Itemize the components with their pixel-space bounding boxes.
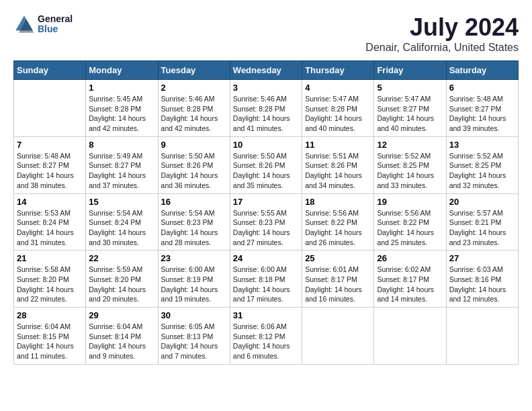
calendar-cell: 20Sunrise: 5:57 AMSunset: 8:21 PMDayligh… bbox=[446, 193, 518, 250]
calendar-header: SundayMondayTuesdayWednesdayThursdayFrid… bbox=[14, 61, 519, 80]
day-number: 10 bbox=[233, 140, 299, 150]
calendar-cell: 25Sunrise: 6:01 AMSunset: 8:17 PMDayligh… bbox=[302, 250, 374, 308]
calendar-cell: 5Sunrise: 5:47 AMSunset: 8:27 PMDaylight… bbox=[374, 80, 446, 137]
day-info: Sunrise: 6:03 AMSunset: 8:16 PMDaylight:… bbox=[449, 265, 515, 304]
day-number: 8 bbox=[89, 140, 154, 150]
day-number: 11 bbox=[305, 140, 371, 150]
day-info: Sunrise: 5:54 AMSunset: 8:23 PMDaylight:… bbox=[161, 208, 227, 248]
logo-general: General bbox=[38, 14, 73, 24]
day-number: 20 bbox=[449, 197, 515, 207]
calendar-cell: 6Sunrise: 5:48 AMSunset: 8:27 PMDaylight… bbox=[446, 80, 518, 137]
day-number: 7 bbox=[17, 140, 83, 150]
logo-text: General Blue bbox=[38, 14, 73, 35]
calendar-cell: 30Sunrise: 6:05 AMSunset: 8:13 PMDayligh… bbox=[158, 308, 230, 365]
calendar-cell: 29Sunrise: 6:04 AMSunset: 8:14 PMDayligh… bbox=[86, 308, 158, 365]
header-cell-tuesday: Tuesday bbox=[158, 61, 230, 80]
calendar-cell: 28Sunrise: 6:04 AMSunset: 8:15 PMDayligh… bbox=[14, 308, 86, 365]
day-info: Sunrise: 6:05 AMSunset: 8:13 PMDaylight:… bbox=[161, 322, 227, 361]
day-info: Sunrise: 5:56 AMSunset: 8:22 PMDaylight:… bbox=[305, 208, 371, 248]
day-info: Sunrise: 5:57 AMSunset: 8:21 PMDaylight:… bbox=[449, 208, 515, 248]
calendar-cell: 24Sunrise: 6:00 AMSunset: 8:18 PMDayligh… bbox=[230, 250, 302, 308]
day-number: 14 bbox=[17, 197, 83, 207]
header-cell-saturday: Saturday bbox=[446, 61, 518, 80]
calendar-cell: 16Sunrise: 5:54 AMSunset: 8:23 PMDayligh… bbox=[158, 193, 230, 250]
calendar-cell: 4Sunrise: 5:47 AMSunset: 8:28 PMDaylight… bbox=[302, 80, 374, 137]
day-info: Sunrise: 6:00 AMSunset: 8:18 PMDaylight:… bbox=[233, 265, 299, 304]
calendar-cell: 15Sunrise: 5:54 AMSunset: 8:24 PMDayligh… bbox=[86, 193, 158, 250]
day-info: Sunrise: 6:02 AMSunset: 8:17 PMDaylight:… bbox=[377, 265, 443, 304]
calendar-week-2: 7Sunrise: 5:48 AMSunset: 8:27 PMDaylight… bbox=[14, 136, 519, 193]
day-number: 27 bbox=[449, 253, 515, 263]
header-cell-wednesday: Wednesday bbox=[230, 61, 302, 80]
day-info: Sunrise: 5:51 AMSunset: 8:26 PMDaylight:… bbox=[305, 151, 371, 191]
day-info: Sunrise: 6:01 AMSunset: 8:17 PMDaylight:… bbox=[305, 265, 371, 304]
day-info: Sunrise: 5:47 AMSunset: 8:28 PMDaylight:… bbox=[305, 94, 371, 134]
day-number: 24 bbox=[233, 253, 299, 263]
day-number: 12 bbox=[377, 140, 443, 150]
calendar-cell: 31Sunrise: 6:06 AMSunset: 8:12 PMDayligh… bbox=[230, 308, 302, 365]
day-number: 15 bbox=[89, 197, 154, 207]
header-cell-friday: Friday bbox=[374, 61, 446, 80]
logo-icon bbox=[13, 13, 35, 35]
calendar-cell: 23Sunrise: 6:00 AMSunset: 8:19 PMDayligh… bbox=[158, 250, 230, 308]
calendar-cell: 22Sunrise: 5:59 AMSunset: 8:20 PMDayligh… bbox=[86, 250, 158, 308]
calendar-cell bbox=[374, 308, 446, 365]
page-subtitle: Denair, California, United States bbox=[365, 42, 519, 54]
day-number: 4 bbox=[305, 83, 371, 93]
calendar-cell: 10Sunrise: 5:50 AMSunset: 8:26 PMDayligh… bbox=[230, 136, 302, 193]
day-info: Sunrise: 6:06 AMSunset: 8:12 PMDaylight:… bbox=[233, 322, 299, 361]
day-info: Sunrise: 5:59 AMSunset: 8:20 PMDaylight:… bbox=[89, 265, 154, 304]
day-info: Sunrise: 5:46 AMSunset: 8:28 PMDaylight:… bbox=[161, 94, 227, 134]
day-info: Sunrise: 6:00 AMSunset: 8:19 PMDaylight:… bbox=[161, 265, 227, 304]
day-info: Sunrise: 5:56 AMSunset: 8:22 PMDaylight:… bbox=[377, 208, 443, 248]
calendar-cell: 14Sunrise: 5:53 AMSunset: 8:24 PMDayligh… bbox=[14, 193, 86, 250]
day-number: 23 bbox=[161, 253, 227, 263]
day-number: 5 bbox=[377, 83, 443, 93]
calendar-cell: 3Sunrise: 5:46 AMSunset: 8:28 PMDaylight… bbox=[230, 80, 302, 137]
calendar-cell: 18Sunrise: 5:56 AMSunset: 8:22 PMDayligh… bbox=[302, 193, 374, 250]
day-number: 3 bbox=[233, 83, 299, 93]
calendar-cell: 8Sunrise: 5:49 AMSunset: 8:27 PMDaylight… bbox=[86, 136, 158, 193]
calendar-week-4: 21Sunrise: 5:58 AMSunset: 8:20 PMDayligh… bbox=[14, 250, 519, 308]
day-number: 16 bbox=[161, 197, 227, 207]
day-number: 21 bbox=[17, 253, 83, 263]
day-info: Sunrise: 5:52 AMSunset: 8:25 PMDaylight:… bbox=[377, 151, 443, 191]
day-info: Sunrise: 5:52 AMSunset: 8:25 PMDaylight:… bbox=[449, 151, 515, 191]
day-info: Sunrise: 5:48 AMSunset: 8:27 PMDaylight:… bbox=[449, 94, 515, 134]
calendar-cell: 12Sunrise: 5:52 AMSunset: 8:25 PMDayligh… bbox=[374, 136, 446, 193]
day-info: Sunrise: 5:55 AMSunset: 8:23 PMDaylight:… bbox=[233, 208, 299, 248]
calendar-cell: 17Sunrise: 5:55 AMSunset: 8:23 PMDayligh… bbox=[230, 193, 302, 250]
day-info: Sunrise: 5:50 AMSunset: 8:26 PMDaylight:… bbox=[161, 151, 227, 191]
day-info: Sunrise: 5:49 AMSunset: 8:27 PMDaylight:… bbox=[89, 151, 154, 191]
calendar-cell: 2Sunrise: 5:46 AMSunset: 8:28 PMDaylight… bbox=[158, 80, 230, 137]
day-number: 28 bbox=[17, 310, 83, 320]
header-row: SundayMondayTuesdayWednesdayThursdayFrid… bbox=[14, 61, 519, 80]
day-info: Sunrise: 5:46 AMSunset: 8:28 PMDaylight:… bbox=[233, 94, 299, 134]
day-number: 30 bbox=[161, 310, 227, 320]
header-cell-monday: Monday bbox=[86, 61, 158, 80]
day-info: Sunrise: 5:53 AMSunset: 8:24 PMDaylight:… bbox=[17, 208, 83, 248]
day-number: 22 bbox=[89, 253, 154, 263]
calendar-body: 1Sunrise: 5:45 AMSunset: 8:28 PMDaylight… bbox=[14, 80, 519, 365]
calendar-cell bbox=[14, 80, 86, 137]
day-number: 26 bbox=[377, 253, 443, 263]
day-number: 17 bbox=[233, 197, 299, 207]
calendar-cell bbox=[302, 308, 374, 365]
day-info: Sunrise: 5:45 AMSunset: 8:28 PMDaylight:… bbox=[89, 94, 154, 134]
calendar-cell: 9Sunrise: 5:50 AMSunset: 8:26 PMDaylight… bbox=[158, 136, 230, 193]
page-title: July 2024 bbox=[365, 13, 519, 42]
day-number: 29 bbox=[89, 310, 154, 320]
calendar-week-1: 1Sunrise: 5:45 AMSunset: 8:28 PMDaylight… bbox=[14, 80, 519, 137]
logo: General Blue bbox=[13, 13, 73, 35]
header-cell-thursday: Thursday bbox=[302, 61, 374, 80]
day-info: Sunrise: 5:48 AMSunset: 8:27 PMDaylight:… bbox=[17, 151, 83, 191]
day-info: Sunrise: 5:50 AMSunset: 8:26 PMDaylight:… bbox=[233, 151, 299, 191]
page-header: General Blue July 2024 Denair, Californi… bbox=[13, 13, 519, 54]
calendar-cell bbox=[446, 308, 518, 365]
calendar-cell: 11Sunrise: 5:51 AMSunset: 8:26 PMDayligh… bbox=[302, 136, 374, 193]
header-cell-sunday: Sunday bbox=[14, 61, 86, 80]
day-number: 1 bbox=[89, 83, 154, 93]
day-info: Sunrise: 6:04 AMSunset: 8:14 PMDaylight:… bbox=[89, 322, 154, 361]
day-number: 31 bbox=[233, 310, 299, 320]
calendar-table: SundayMondayTuesdayWednesdayThursdayFrid… bbox=[13, 60, 519, 365]
